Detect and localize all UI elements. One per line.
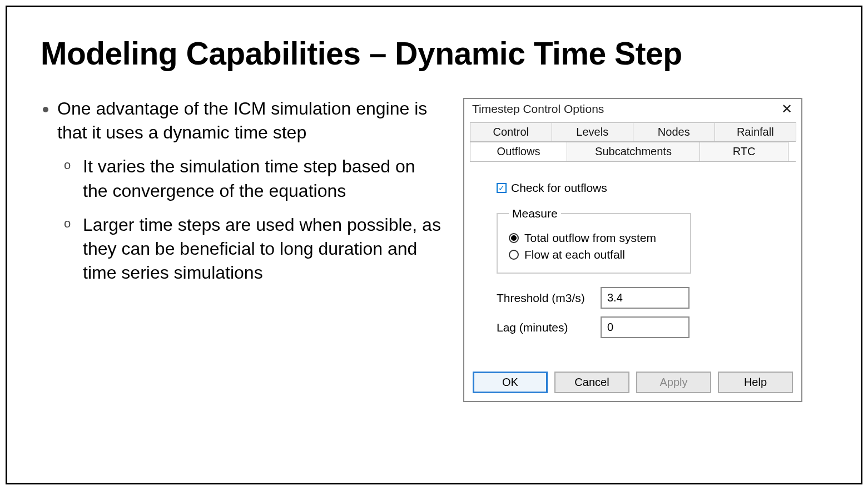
bullet-sub-1-text: It varies the simulation time step based… [83, 156, 415, 200]
help-button[interactable]: Help [718, 372, 793, 393]
threshold-row: Threshold (m3/s) 3.4 [497, 287, 769, 309]
slide-title: Modeling Capabilities – Dynamic Time Ste… [41, 35, 827, 72]
tabstrip: Control Levels Nodes Rainfall Outflows S… [470, 122, 796, 162]
bullet-sub-1: It varies the simulation time step based… [64, 155, 441, 202]
dialog-title-text: Timestep Control Options [472, 102, 604, 116]
radio-total-row[interactable]: Total outflow from system [509, 231, 679, 245]
bullet-list: One advantage of the ICM simulation engi… [41, 97, 441, 402]
measure-group: Measure Total outflow from system Flow a… [497, 207, 691, 274]
radio-total-label: Total outflow from system [524, 231, 656, 245]
lag-row: Lag (minutes) 0 [497, 316, 769, 338]
lag-label: Lag (minutes) [497, 321, 594, 334]
ok-button[interactable]: OK [473, 372, 548, 393]
bullet-sub-2: Larger time steps are used when possible… [64, 213, 441, 285]
bullet-main-text: One advantage of the ICM simulation engi… [57, 98, 427, 142]
slide: Modeling Capabilities – Dynamic Time Ste… [0, 0, 868, 490]
timestep-dialog: Timestep Control Options ✕ Control Level… [463, 98, 802, 402]
content-row: One advantage of the ICM simulation engi… [41, 97, 827, 402]
tab-outflows[interactable]: Outflows [470, 142, 567, 161]
checkbox-label: Check for outflows [511, 181, 607, 195]
tab-rainfall[interactable]: Rainfall [715, 122, 797, 141]
radio-each-label: Flow at each outfall [524, 248, 625, 261]
tab-nodes[interactable]: Nodes [633, 122, 715, 141]
tab-subcatchments[interactable]: Subcatchments [567, 142, 700, 161]
dialog-titlebar: Timestep Control Options ✕ [464, 99, 801, 118]
threshold-label: Threshold (m3/s) [497, 291, 594, 305]
tab-control[interactable]: Control [470, 122, 552, 141]
cancel-button[interactable]: Cancel [554, 372, 629, 393]
checkbox-icon[interactable]: ✓ [497, 183, 507, 193]
radio-selected-icon[interactable] [509, 233, 519, 243]
tab-rtc[interactable]: RTC [700, 142, 788, 161]
radio-unselected-icon[interactable] [509, 250, 519, 260]
tab-levels[interactable]: Levels [552, 122, 634, 141]
apply-button[interactable]: Apply [636, 372, 711, 393]
dialog-button-row: OK Cancel Apply Help [464, 366, 801, 401]
lag-input[interactable]: 0 [601, 316, 690, 338]
close-icon[interactable]: ✕ [779, 102, 795, 116]
radio-each-row[interactable]: Flow at each outfall [509, 248, 679, 261]
bullet-main: One advantage of the ICM simulation engi… [57, 97, 441, 285]
tab-outflows-panel: ✓ Check for outflows Measure Total outfl… [470, 162, 796, 363]
bullet-sub-2-text: Larger time steps are used when possible… [83, 215, 441, 283]
slide-frame: Modeling Capabilities – Dynamic Time Ste… [6, 6, 862, 484]
measure-legend: Measure [509, 207, 561, 220]
tab-row-front: Outflows Subcatchments RTC [470, 142, 796, 162]
dialog-screenshot: Timestep Control Options ✕ Control Level… [463, 97, 802, 402]
threshold-input[interactable]: 3.4 [601, 287, 690, 309]
tab-row-back: Control Levels Nodes Rainfall [470, 122, 796, 142]
dialog-body: Control Levels Nodes Rainfall Outflows S… [464, 118, 801, 366]
check-for-outflows-row[interactable]: ✓ Check for outflows [497, 181, 769, 195]
